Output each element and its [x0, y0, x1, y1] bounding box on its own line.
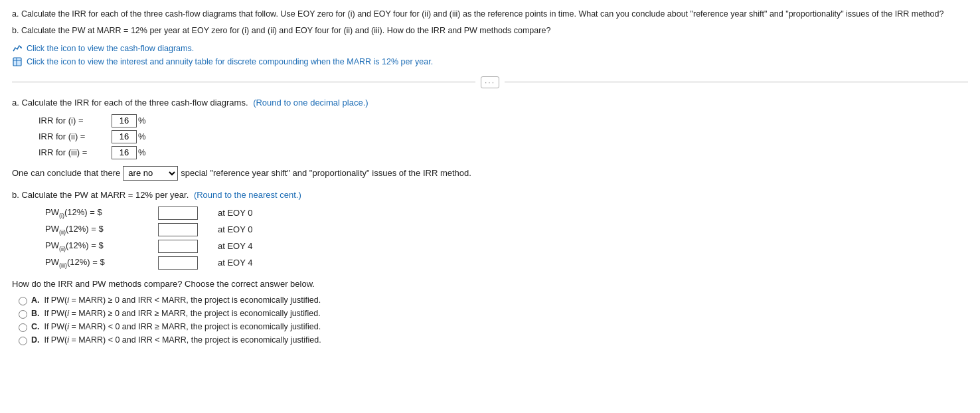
- radio-d[interactable]: [19, 337, 27, 345]
- pw-input-ii-4[interactable]: [158, 240, 198, 253]
- pw-row-i-0: PW(i)(12%) = $ at EOY 0: [45, 206, 968, 220]
- pw-input-iii-4[interactable]: [158, 256, 198, 270]
- option-c-label: C. If PW(i = MARR) < 0 and IRR ≥ MARR, t…: [31, 322, 321, 331]
- question-part-a-intro: a. Calculate the IRR for each of the thr…: [12, 8, 968, 21]
- pw-label-ii-0: PW(ii)(12%) = $: [45, 224, 158, 236]
- link-cashflow-diagrams[interactable]: Click the icon to view the cash-flow dia…: [12, 43, 968, 54]
- pw-label-iii-4: PW(iii)(12%) = $: [45, 257, 158, 269]
- radio-b[interactable]: [19, 310, 27, 319]
- pw-row-ii-0: PW(ii)(12%) = $ at EOY 0: [45, 223, 968, 236]
- pw-block: PW(i)(12%) = $ at EOY 0 PW(ii)(12%) = $ …: [45, 206, 968, 270]
- option-a-row: A. If PW(i = MARR) ≥ 0 and IRR < MARR, t…: [19, 295, 968, 305]
- pw-eoy-i-0: at EOY 0: [218, 208, 253, 218]
- pw-eoy-ii-0: at EOY 0: [218, 224, 253, 234]
- irr-input-i[interactable]: [112, 114, 137, 127]
- link1-text: Click the icon to view the cash-flow dia…: [27, 44, 194, 53]
- irr-label-i: IRR for (i) =: [39, 116, 112, 125]
- irr-label-ii: IRR for (ii) =: [39, 131, 112, 141]
- option-b-label: B. If PW(i = MARR) ≥ 0 and IRR ≥ MARR, t…: [31, 309, 321, 318]
- irr-unit-iii: %: [138, 147, 146, 157]
- pw-label-i-0: PW(i)(12%) = $: [45, 207, 158, 219]
- link2-text: Click the icon to view the interest and …: [27, 57, 433, 66]
- radio-a[interactable]: [19, 297, 27, 305]
- irr-row-ii: IRR for (ii) = %: [39, 130, 968, 143]
- table-icon: [12, 56, 23, 67]
- irr-row-i: IRR for (i) = %: [39, 114, 968, 127]
- pw-input-i-0[interactable]: [158, 206, 198, 220]
- question-part-b-intro: b. Calculate the PW at MARR = 12% per ye…: [12, 25, 968, 37]
- option-a-label: A. If PW(i = MARR) ≥ 0 and IRR < MARR, t…: [31, 295, 321, 305]
- compare-question: How do the IRR and PW methods compare? C…: [12, 279, 968, 289]
- irr-unit-ii: %: [138, 131, 146, 141]
- option-d-row: D. If PW(i = MARR) < 0 and IRR < MARR, t…: [19, 335, 968, 345]
- irr-unit-i: %: [138, 116, 146, 125]
- pw-eoy-iii-4: at EOY 4: [218, 258, 253, 268]
- irr-row-iii: IRR for (iii) = %: [39, 146, 968, 159]
- link-interest-table[interactable]: Click the icon to view the interest and …: [12, 56, 968, 67]
- section-a-title: a. Calculate the IRR for each of the thr…: [12, 98, 968, 108]
- radio-c[interactable]: [19, 323, 27, 332]
- section-b-title: b. Calculate the PW at MARR = 12% per ye…: [12, 190, 968, 200]
- irr-input-iii[interactable]: [112, 146, 137, 159]
- pw-row-iii-4: PW(iii)(12%) = $ at EOY 4: [45, 256, 968, 270]
- option-c-row: C. If PW(i = MARR) < 0 and IRR ≥ MARR, t…: [19, 322, 968, 332]
- conclude-prefix: One can conclude that there: [12, 168, 120, 178]
- pw-row-ii-4: PW(ii)(12%) = $ at EOY 4: [45, 240, 968, 253]
- pw-eoy-ii-4: at EOY 4: [218, 241, 253, 251]
- section-divider: ···: [12, 76, 968, 88]
- radio-options: A. If PW(i = MARR) ≥ 0 and IRR < MARR, t…: [19, 295, 968, 345]
- pw-label-ii-4: PW(ii)(12%) = $: [45, 240, 158, 252]
- option-b-row: B. If PW(i = MARR) ≥ 0 and IRR ≥ MARR, t…: [19, 309, 968, 319]
- conclude-select[interactable]: are no are some: [123, 166, 178, 181]
- svg-rect-2: [13, 58, 21, 66]
- conclude-suffix: special "reference year shift" and "prop…: [181, 168, 471, 178]
- conclude-row: One can conclude that there are no are s…: [12, 166, 968, 181]
- pw-input-ii-0[interactable]: [158, 223, 198, 236]
- irr-label-iii: IRR for (iii) =: [39, 147, 112, 157]
- option-d-label: D. If PW(i = MARR) < 0 and IRR < MARR, t…: [31, 335, 321, 345]
- cashflow-icon: [12, 43, 23, 54]
- irr-block: IRR for (i) = % IRR for (ii) = % IRR for…: [39, 114, 968, 159]
- irr-input-ii[interactable]: [112, 130, 137, 143]
